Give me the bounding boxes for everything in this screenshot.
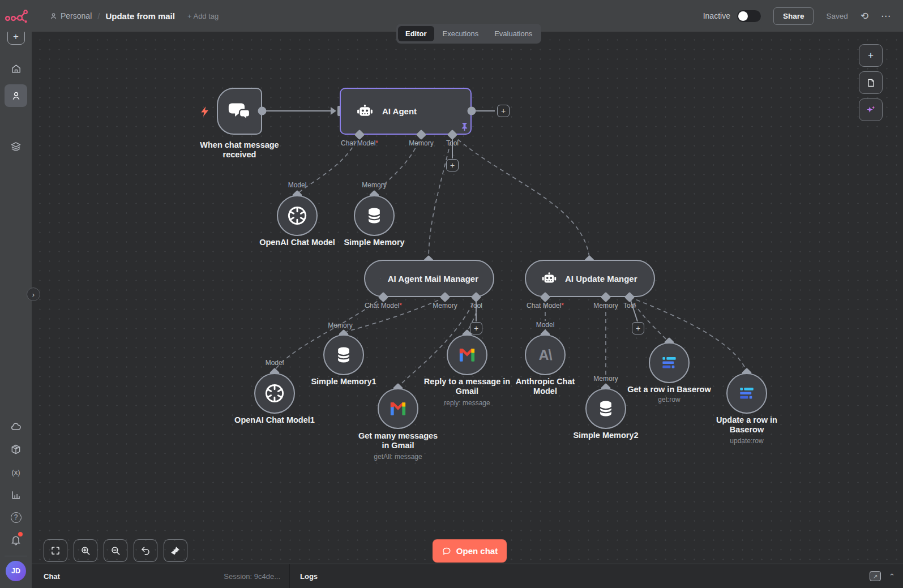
baserow-update-label: Update a row in Baserow [710,415,784,435]
node-gmail-reply[interactable] [447,334,487,375]
package-icon [10,444,22,455]
home-icon [11,63,22,74]
workflow-title[interactable]: Update from mail [105,11,175,21]
chat-bubble-icon [442,546,451,556]
fit-view-icon [50,546,61,556]
sidebar-expand-button[interactable]: › [27,287,40,301]
pin-icon [461,122,468,131]
agent-output-handle[interactable] [468,107,476,115]
sidebar-item-cloud[interactable] [5,415,27,438]
node-anthropic-chat-model[interactable]: A\ [525,334,566,375]
collapse-panel-icon[interactable]: ⌃ [889,572,895,581]
sidebar-item-templates[interactable] [5,438,27,461]
zoom-in-button[interactable] [74,539,97,562]
saved-status: Saved [826,12,848,20]
sidebar-item-help[interactable]: ? [5,506,27,529]
simple-memory1-label: Simple Memory1 [311,377,376,387]
zoom-out-button[interactable] [104,539,127,562]
node-openai-chat-model1[interactable] [254,373,295,414]
node-baserow-get[interactable] [649,342,690,383]
chat-panel-title: Chat [44,572,60,581]
undo-icon [140,546,151,556]
add-sticky-note-button[interactable] [859,71,883,94]
bar-chart-icon [11,490,22,500]
agent-add-tool-button[interactable]: + [446,159,459,171]
add-node-button[interactable]: + [859,44,883,67]
popout-icon[interactable]: ↗ [870,571,881,581]
port-label-mm-tool: Tool [470,302,482,310]
ai-assistant-button[interactable] [859,98,883,121]
sidebar-item-layers[interactable] [5,135,27,158]
sidebar-item-variables[interactable]: (x) [5,461,27,483]
baserow-update-operation: update:row [730,437,763,445]
add-tag-button[interactable]: + Add tag [187,12,219,20]
share-button[interactable]: Share [773,7,814,25]
open-chat-button[interactable]: Open chat [433,539,507,563]
sidebar-item-home[interactable] [5,57,27,80]
simple-memory-label: Simple Memory [344,238,404,247]
activation-toggle[interactable] [737,10,761,22]
sidebar-item-notifications[interactable] [5,529,27,551]
database-icon [597,400,614,418]
person-icon [11,91,22,101]
person-icon [50,12,57,20]
connection-agent-tool-mm [429,135,452,257]
layers-icon [10,141,22,152]
node-openai-chat-model[interactable] [277,195,318,236]
anthropic-icon: A\ [539,347,552,363]
bottombar-actions: ↗ ⌃ [870,564,895,588]
port-label-um-chat-model: Chat Model* [527,302,564,310]
port-label-memory: Memory [409,139,433,147]
node-baserow-update[interactable] [726,373,767,414]
node-ai-agent-mail-manager[interactable]: AI Agent Mail Manager [364,260,494,297]
um-add-tool-button[interactable]: + [632,322,644,334]
fit-view-button[interactable] [44,539,67,562]
logs-panel-header[interactable]: Logs [300,564,318,588]
sparkles-icon [865,104,876,115]
tab-executions[interactable]: Executions [435,26,486,41]
node-simple-memory2[interactable] [585,388,626,429]
port-label-memory2: Memory [592,375,619,383]
tab-editor[interactable]: Editor [398,26,434,41]
tab-evaluations[interactable]: Evaluations [487,26,540,41]
logs-panel-title: Logs [300,572,318,581]
mm-add-tool-button[interactable]: + [470,322,482,334]
n8n-logo[interactable] [5,7,29,24]
port-label-tool: Tool [446,139,459,147]
gmail-icon [390,402,406,416]
ai-agent-label: AI Agent [382,106,417,116]
node-simple-memory1[interactable] [323,334,364,375]
history-icon[interactable]: ⟲ [861,11,868,21]
simple-memory2-label: Simple Memory2 [573,431,638,440]
port-label-memory-sub: Memory [362,181,386,189]
baserow-get-operation: get:row [658,396,680,404]
robot-icon [541,270,558,287]
gmail-get-label: Get many messages in Gmail [356,431,440,450]
undo-button[interactable] [134,539,157,562]
breadcrumb: Personal / Update from mail + Add tag [50,11,219,21]
node-when-chat-message-received[interactable] [217,88,262,135]
breadcrumb-project[interactable]: Personal [50,11,92,20]
trigger-node-label: When chat message received [197,140,282,160]
sticky-note-icon [866,78,876,88]
canvas-controls [44,539,187,562]
baserow-icon [739,385,755,401]
node-ai-agent[interactable]: AI Agent [340,88,472,135]
node-simple-memory[interactable] [354,195,395,236]
agent-add-next-node-button[interactable]: + [497,105,510,117]
trigger-output-handle[interactable] [258,107,267,115]
sidebar-item-insights[interactable] [5,483,27,506]
connection-agent-tool-um [452,135,589,257]
node-ai-update-manger[interactable]: AI Update Manger [525,260,655,297]
more-menu-icon[interactable]: ⋯ [881,11,891,21]
rail-divider [5,556,27,556]
sidebar-item-personal[interactable] [5,84,27,107]
chat-panel-header[interactable]: Chat Session: 9c4de... [32,564,290,588]
project-name: Personal [61,11,92,20]
trigger-bolt-icon [200,106,210,117]
tidy-up-button[interactable] [164,539,187,562]
node-gmail-get-many[interactable] [378,388,418,429]
baserow-icon [661,355,677,371]
workflow-canvas[interactable]: When chat message received AI Agent + Ch… [32,32,903,564]
avatar[interactable]: JD [6,561,26,581]
